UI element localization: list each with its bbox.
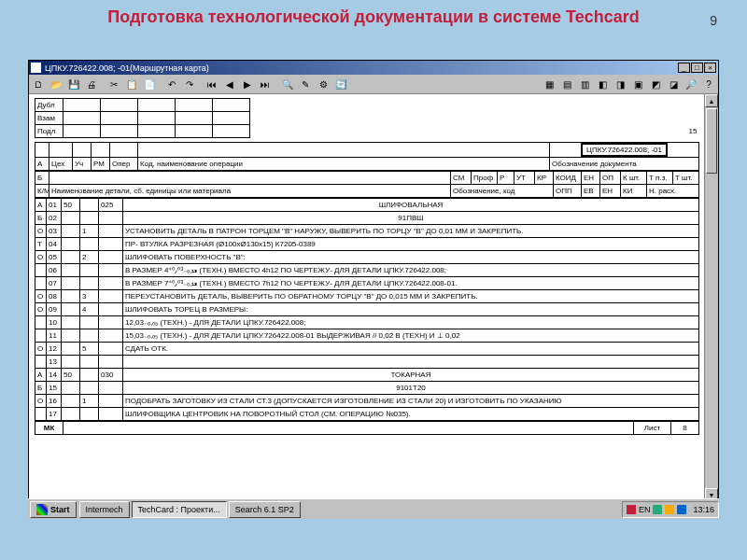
table-row[interactable]: 06В РАЗМЕР 4⁺⁰٫⁰³₋₀,₁₃ (ТЕХН.) ВМЕСТО 4h… [35, 264, 699, 277]
tray-icon[interactable] [653, 505, 662, 514]
save-button[interactable]: 💾 [65, 76, 82, 92]
help-button[interactable]: ? [700, 76, 717, 92]
windows-icon [36, 504, 48, 515]
col-rm: РМ [92, 158, 110, 171]
start-label: Start [50, 505, 70, 514]
col-naim: Наименование детали, сб. единицы или мат… [49, 185, 451, 198]
col-prof: Проф [472, 172, 498, 185]
col-ev: ЕВ [582, 185, 600, 198]
toolbar: 🗋 📂 💾 🖨 ✂ 📋 📄 ↶ ↷ ⏮ ◀ ▶ ⏭ 🔍 ✎ ⚙ 🔄 ▦ ▤ ▥ … [29, 75, 718, 94]
col-ki: КИ [621, 185, 647, 198]
tool-8[interactable]: ◪ [665, 76, 682, 92]
table-row[interactable]: 07В РАЗМЕР 7⁺⁰٫⁰³₋₀,₁₃ (ТЕХН.) ВМЕСТО 7h… [35, 277, 699, 290]
doc-number: ЦПКУ.726422.008; -01 [581, 143, 668, 157]
col-cm: СМ [451, 172, 472, 185]
col-obozn: Обозначение документа [550, 158, 699, 171]
taskbar-task[interactable]: TechCard : Проекти... [132, 501, 227, 518]
tray-icon[interactable] [627, 505, 636, 514]
route-card-sheet: Дубл Взам Подл15 ЦПКУ.726422.008; -01 А … [35, 98, 699, 435]
search-button[interactable]: 🔍 [279, 76, 296, 92]
col-en: ЕН [582, 172, 600, 185]
col-ksht: К шт. [621, 172, 647, 185]
table-row[interactable]: А1450030ТОКАРНАЯ [35, 369, 699, 382]
tool-2[interactable]: ▤ [558, 76, 575, 92]
col-opp: ОПП [554, 185, 582, 198]
col-ut: УТ [514, 172, 535, 185]
open-button[interactable]: 📂 [48, 76, 64, 92]
tray-icon[interactable] [665, 505, 674, 514]
paste-button[interactable]: 📄 [141, 76, 158, 92]
first-button[interactable]: ⏮ [204, 76, 220, 92]
taskbar-task[interactable]: Search 6.1 SP2 [229, 501, 301, 518]
tool-3[interactable]: ▥ [576, 76, 593, 92]
slide-title: Подготовка технологической документации … [0, 0, 747, 34]
clock[interactable]: 13:16 [693, 505, 714, 514]
table-row[interactable]: О161ПОДОБРАТЬ ЗАГОТОВКУ ИЗ СТАЛИ СТ.3 (Д… [35, 395, 699, 408]
list-label: Лист [634, 422, 671, 435]
col-km: К/М [35, 185, 49, 198]
header-num: 15 [662, 125, 699, 138]
col-en2: ЕН [600, 185, 621, 198]
tool-4[interactable]: ◧ [594, 76, 611, 92]
label-vzam: Взам [35, 112, 63, 125]
document-area[interactable]: Дубл Взам Подл15 ЦПКУ.726422.008; -01 А … [29, 94, 718, 501]
scroll-up-icon[interactable]: ▲ [705, 94, 718, 107]
props-button[interactable]: ⚙ [315, 76, 331, 92]
refresh-button[interactable]: 🔄 [332, 76, 349, 92]
titlebar[interactable]: ЦПКУ.726422.008; -01(Маршрутная карта) _… [29, 61, 718, 75]
minimize-button[interactable]: _ [678, 63, 690, 73]
table-row[interactable]: Т04ПР- ВТУЛКА РАЗРЕЗНАЯ (Ø100xØ130x15) К… [35, 238, 699, 251]
redo-button[interactable]: ↷ [181, 76, 198, 92]
table-row[interactable]: О083ПЕРЕУСТАНОВИТЬ ДЕТАЛЬ, ВЫВЕРИТЬ ПО О… [35, 290, 699, 303]
table-row[interactable]: 13 [35, 356, 699, 369]
window-title: ЦПКУ.726422.008; -01(Маршрутная карта) [45, 63, 209, 73]
col-obk: Обозначение, код [451, 185, 554, 198]
next-button[interactable]: ▶ [239, 76, 256, 92]
table-row[interactable]: 17ШЛИФОВЩИКА ЦЕНТРОВИК НА ПОВОРОТНЫЙ СТО… [35, 408, 699, 421]
col-tpz: Т п.з. [647, 172, 673, 185]
undo-button[interactable]: ↶ [163, 76, 180, 92]
col-tsht: Т шт. [673, 172, 699, 185]
table-row[interactable]: 1012,03₋₀,₀₅ (ТЕХН.) - ДЛЯ ДЕТАЛИ ЦПКУ.7… [35, 316, 699, 329]
scroll-thumb[interactable] [706, 108, 717, 174]
table-row[interactable]: О094ШЛИФОВАТЬ ТОРЕЦ В РАЗМЕРЫ: [35, 303, 699, 316]
header-block: Дубл Взам Подл15 [35, 98, 699, 138]
mk-label: МК [35, 422, 63, 435]
taskbar: Start IntermechTechCard : Проекти...Sear… [28, 498, 719, 519]
table-row[interactable]: О031УСТАНОВИТЬ ДЕТАЛЬ В ПАТРОН ТОРЦЕМ "В… [35, 225, 699, 238]
table-row[interactable]: Б159101Т20 [35, 382, 699, 395]
edit-button[interactable]: ✎ [297, 76, 314, 92]
tool-1[interactable]: ▦ [541, 76, 557, 92]
print-button[interactable]: 🖨 [83, 76, 100, 92]
table-row[interactable]: О125СДАТЬ ОТК. [35, 343, 699, 356]
table-row[interactable]: А0150025ШЛИФОВАЛЬНАЯ [35, 199, 699, 212]
list-number: 8 [671, 422, 699, 435]
lang-indicator[interactable]: EN [639, 505, 651, 514]
app-icon [31, 63, 41, 73]
doc-number-block: ЦПКУ.726422.008; -01 А Цех Уч РМ Опер Ко… [35, 142, 699, 171]
zoom-button[interactable]: 🔎 [683, 76, 699, 92]
tray-icon[interactable] [677, 505, 686, 514]
start-button[interactable]: Start [30, 501, 77, 518]
tool-6[interactable]: ▣ [629, 76, 646, 92]
prev-button[interactable]: ◀ [221, 76, 238, 92]
app-window: ЦПКУ.726422.008; -01(Маршрутная карта) _… [28, 60, 719, 517]
cut-button[interactable]: ✂ [106, 76, 122, 92]
table-row[interactable]: О052ШЛИФОВАТЬ ПОВЕРХНОСТЬ "В": [35, 251, 699, 264]
table-row[interactable]: Б0291ПВШ [35, 212, 699, 225]
maximize-button[interactable]: □ [691, 63, 703, 73]
last-button[interactable]: ⏭ [257, 76, 274, 92]
copy-button[interactable]: 📋 [123, 76, 140, 92]
col-uch: Уч [73, 158, 92, 171]
scrollbar-vertical[interactable]: ▲ ▼ [704, 94, 718, 501]
label-podl: Подл [35, 125, 63, 138]
tool-5[interactable]: ◨ [612, 76, 628, 92]
taskbar-task[interactable]: Intermech [79, 501, 130, 518]
subheader-block: Б СМ Проф Р УТ КР КОИД ЕН ОП К шт. Т п.з… [35, 171, 699, 198]
table-row[interactable]: 1115,03₋₀,₀₅ (ТЕХН.) - ДЛЯ ДЕТАЛИ ЦПКУ.7… [35, 329, 699, 343]
new-button[interactable]: 🗋 [30, 76, 47, 92]
tool-7[interactable]: ◩ [647, 76, 664, 92]
system-tray[interactable]: EN 13:16 [622, 501, 719, 518]
col-koid: КОИД [554, 172, 582, 185]
close-button[interactable]: × [704, 63, 716, 73]
